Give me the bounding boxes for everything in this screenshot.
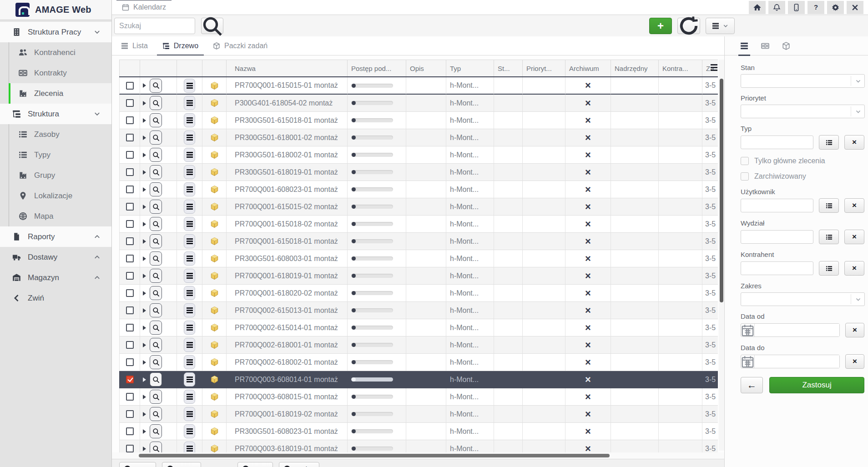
row-menu-button[interactable] <box>184 148 195 162</box>
sidebar-item-typy[interactable]: Typy <box>9 145 111 165</box>
row-menu-button[interactable] <box>184 442 195 452</box>
subtab-lista[interactable]: Lista <box>116 36 153 55</box>
row-checkbox[interactable] <box>126 445 134 452</box>
row-checkbox[interactable] <box>126 324 134 331</box>
row-preview-button[interactable] <box>150 372 162 387</box>
vertical-scrollbar[interactable] <box>719 60 724 451</box>
home-button[interactable] <box>749 1 766 14</box>
row-menu-button[interactable] <box>184 79 195 93</box>
row-checkbox[interactable] <box>126 376 134 383</box>
row-checkbox[interactable] <box>126 306 134 314</box>
filter-select-priorytet[interactable] <box>741 105 865 118</box>
filter-pick-wydzial-button[interactable] <box>819 230 839 244</box>
row-preview-button[interactable] <box>150 131 162 145</box>
table-row[interactable]: PR700Q001-618020-02 montaż h-Mont... × 3… <box>119 285 718 302</box>
column-header-col2[interactable] <box>177 60 202 76</box>
row-checkbox[interactable] <box>126 255 134 262</box>
checkbox-box[interactable] <box>741 172 749 181</box>
expand-arrow-icon[interactable] <box>143 239 146 244</box>
filter-date-data-do[interactable] <box>741 355 840 368</box>
sidebar-item-lokalizacje[interactable]: Lokalizacje <box>9 186 111 206</box>
row-preview-button[interactable] <box>150 79 162 93</box>
checkbox-box[interactable] <box>741 157 749 165</box>
table-row[interactable]: PR300G501-608023-01 montaż h-Mont... × 3… <box>119 423 718 440</box>
phone-button[interactable] <box>788 1 805 14</box>
column-header-archiwum[interactable]: Archiwum <box>565 60 611 76</box>
sidebar-item-dostawy[interactable]: Dostawy <box>0 247 111 267</box>
column-header-st-[interactable]: St... <box>494 60 523 76</box>
expand-arrow-icon[interactable] <box>143 308 146 313</box>
row-preview-button[interactable] <box>150 113 162 127</box>
row-preview-button[interactable] <box>150 251 162 266</box>
row-preview-button[interactable] <box>150 321 162 335</box>
row-checkbox[interactable] <box>126 99 134 107</box>
filter-input-typ[interactable] <box>741 136 813 149</box>
row-menu-button[interactable] <box>184 338 195 352</box>
filter-tab-card[interactable] <box>760 36 770 55</box>
filter-input-wydzial[interactable] <box>741 230 813 244</box>
table-row[interactable]: PR700Q001-608023-01 montaż h-Mont... × 3… <box>119 181 718 198</box>
filter-clear-data-do-button[interactable]: × <box>845 354 864 369</box>
table-row[interactable]: PR700Q001-618019-01 montaż h-Mont... × 3… <box>119 267 718 285</box>
expand-arrow-icon[interactable] <box>143 274 146 278</box>
table-row[interactable]: PR300G501-618002-01 montaż h-Mont... × 3… <box>119 146 718 164</box>
column-header-typ[interactable]: Typ <box>446 60 494 76</box>
filter-clear-wydzial-button[interactable]: × <box>844 230 864 244</box>
row-preview-button[interactable] <box>150 96 162 110</box>
row-menu-button[interactable] <box>184 182 195 196</box>
table-row[interactable]: PR700Q002-618001-01 montaż h-Mont... × 3… <box>119 336 718 354</box>
sidebar-item-kontrahenci[interactable]: Kontrahenci <box>9 42 111 63</box>
expand-arrow-icon[interactable] <box>143 412 146 417</box>
row-preview-button[interactable] <box>150 165 162 179</box>
sidebar-item-mapa[interactable]: Mapa <box>9 206 111 226</box>
row-preview-button[interactable] <box>150 234 162 248</box>
row-checkbox[interactable] <box>126 168 134 176</box>
row-checkbox[interactable] <box>126 220 134 228</box>
expand-arrow-icon[interactable] <box>143 153 146 157</box>
row-menu-button[interactable] <box>184 390 195 404</box>
column-header-nazwa[interactable]: Nazwa <box>227 60 348 76</box>
expand-arrow-icon[interactable] <box>143 395 146 399</box>
column-header-col0[interactable] <box>119 60 140 76</box>
column-header-prioryt-[interactable]: Prioryt... <box>523 60 565 76</box>
filter-checkbox-tylko-glowne-zlecenia[interactable]: Tylko główne zlecenia <box>741 157 864 165</box>
filter-pick-typ-button[interactable] <box>819 135 839 150</box>
table-row[interactable]: PR300G501-618001-02 montaż h-Mont... × 3… <box>119 129 718 146</box>
view-menu-button[interactable] <box>706 18 735 34</box>
expand-arrow-icon[interactable] <box>143 101 146 105</box>
row-menu-button[interactable] <box>184 269 195 283</box>
row-checkbox[interactable] <box>126 427 134 435</box>
filter-date-data-od[interactable] <box>741 323 840 337</box>
row-checkbox[interactable] <box>126 82 134 90</box>
column-header-postep-pod-[interactable]: Postęp pod... <box>348 60 406 76</box>
row-checkbox[interactable] <box>126 203 134 211</box>
subtab-drzewo[interactable]: Drzewo <box>157 36 204 55</box>
table-row[interactable]: PR300G501-608003-01 montaż h-Mont... × 3… <box>119 250 718 267</box>
sidebar-item-struktura-pracy[interactable]: Struktura Pracy <box>0 22 111 42</box>
table-row[interactable]: PR700Q003-618019-01 montaż h-Mont... × 3… <box>119 440 718 452</box>
tab-kalendarz[interactable]: Kalendarz <box>116 0 172 15</box>
pager-next-button[interactable]: Nast. <box>237 462 273 467</box>
filter-input-uzytkownik[interactable] <box>741 199 813 212</box>
row-menu-button[interactable] <box>184 131 195 145</box>
sidebar-item-zlecenia[interactable]: Zlecenia <box>9 83 111 104</box>
expand-arrow-icon[interactable] <box>143 326 146 330</box>
table-row[interactable]: PR700Q001-615015-01 montaż h-Mont... × 3… <box>119 77 718 95</box>
date-input-data-od[interactable] <box>755 324 839 336</box>
column-header-col3[interactable] <box>202 60 227 76</box>
expand-arrow-icon[interactable] <box>143 170 146 175</box>
sidebar-item-grupy[interactable]: Grupy <box>9 165 111 186</box>
row-menu-button[interactable] <box>184 165 195 179</box>
subtab-paczki-zadan[interactable]: Paczki zadań <box>207 36 273 55</box>
row-menu-button[interactable] <box>184 355 195 369</box>
filter-tab-boxo[interactable] <box>781 36 791 55</box>
filter-select-zakres[interactable] <box>741 292 865 306</box>
row-checkbox[interactable] <box>126 358 134 366</box>
row-menu-button[interactable] <box>184 113 195 127</box>
pager-first-button[interactable]: Pocz. <box>119 462 156 467</box>
search-input[interactable] <box>114 18 195 34</box>
expand-arrow-icon[interactable] <box>143 360 146 365</box>
row-checkbox[interactable] <box>126 393 134 401</box>
apply-button[interactable]: Zastosuj <box>769 377 864 393</box>
expand-arrow-icon[interactable] <box>143 447 146 451</box>
